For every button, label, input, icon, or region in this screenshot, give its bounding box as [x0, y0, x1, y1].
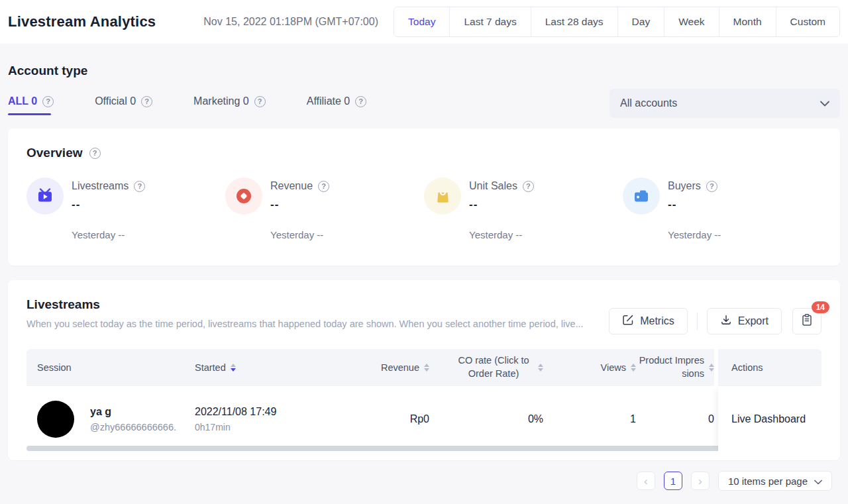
metric-label: Buyers [668, 180, 701, 192]
question-icon[interactable]: ? [89, 148, 101, 159]
metrics-button[interactable]: Metrics [609, 308, 688, 334]
question-icon[interactable]: ? [523, 181, 534, 192]
period-last-28-days-button[interactable]: Last 28 days [531, 7, 617, 36]
metric-value: -- [270, 198, 329, 211]
metric-label: Revenue [270, 180, 313, 192]
co-rate-cell: 0% [429, 386, 543, 452]
next-page-button[interactable]: › [691, 472, 710, 490]
column-header-revenue[interactable]: Revenue [351, 349, 429, 386]
metrics-button-label: Metrics [640, 315, 674, 327]
account-type-tabs: ALL 0 ? Official 0 ? Marketing 0 ? Affil… [8, 89, 840, 118]
time-period-group: Today Last 7 days Last 28 days Day Week … [394, 7, 840, 37]
metric-yesterday: Yesterday -- [668, 229, 822, 240]
livestreams-table: Session Started Revenue CO rate (Click t… [26, 349, 822, 452]
button-divider [697, 313, 698, 330]
wallet-icon [623, 177, 660, 215]
tab-all[interactable]: ALL 0 ? [8, 89, 54, 118]
session-cell[interactable]: ya g @zhy66666666666... [26, 386, 195, 452]
account-type-title: Account type [8, 64, 840, 78]
livestreams-title: Livestreams [26, 297, 584, 312]
question-icon[interactable]: ? [134, 181, 145, 192]
edit-metrics-icon [622, 314, 634, 328]
sort-icon[interactable] [424, 364, 429, 372]
tab-official-label: Official 0 [95, 95, 136, 107]
views-cell: 1 [543, 386, 636, 452]
column-header-session: Session [26, 349, 195, 386]
overview-title: Overview [26, 146, 83, 160]
started-cell: 2022/11/08 17:49 0h17min [195, 386, 351, 452]
tab-affiliate[interactable]: Affiliate 0 ? [307, 89, 367, 118]
question-icon[interactable]: ? [42, 96, 54, 107]
column-header-product-impressions[interactable]: Product Impressions [636, 349, 714, 386]
period-today-button[interactable]: Today [394, 7, 449, 36]
items-per-page-select[interactable]: 10 items per page [718, 471, 832, 491]
session-name: ya g [90, 406, 176, 418]
column-header-co-rate[interactable]: CO rate (Click to Order Rate) [429, 349, 543, 386]
column-header-started[interactable]: Started [195, 349, 351, 386]
period-last-7-days-button[interactable]: Last 7 days [449, 7, 530, 36]
question-icon[interactable]: ? [254, 96, 266, 107]
page-title: Livestream Analytics [8, 13, 156, 30]
column-header-actions: Actions [718, 349, 822, 386]
tv-play-icon [26, 177, 64, 215]
column-header-views[interactable]: Views [543, 349, 636, 386]
account-select-value: All accounts [620, 97, 677, 109]
period-custom-button[interactable]: Custom [776, 7, 839, 36]
period-week-button[interactable]: Week [664, 7, 718, 36]
revenue-cell: Rp0 [351, 386, 429, 452]
session-handle: @zhy66666666666... [90, 422, 176, 432]
table-row: ya g @zhy66666666666... 2022/11/08 17:49… [26, 386, 822, 452]
product-impressions-cell: 0 [636, 386, 714, 452]
question-icon[interactable]: ? [318, 181, 329, 192]
chevron-down-icon [820, 97, 829, 109]
overview-metrics: Livestreams ? -- Yesterday -- [26, 177, 822, 240]
metric-label: Livestreams [72, 180, 129, 192]
metric-buyers: Buyers ? -- Yesterday -- [623, 177, 822, 240]
top-header: Livestream Analytics Nov 15, 2022 01:18P… [0, 0, 848, 44]
tab-all-label: ALL 0 [8, 95, 37, 107]
chevron-right-icon: › [698, 476, 702, 487]
metric-yesterday: Yesterday -- [469, 229, 623, 240]
previous-page-button[interactable]: ‹ [637, 472, 655, 490]
live-dashboard-link[interactable]: Live Dashboard [731, 413, 806, 425]
sort-icon[interactable] [538, 364, 543, 372]
page-1-button[interactable]: 1 [664, 472, 682, 490]
clipboard-icon [800, 313, 814, 329]
metric-yesterday: Yesterday -- [270, 229, 424, 240]
tab-official[interactable]: Official 0 ? [95, 89, 152, 118]
avatar[interactable] [37, 401, 74, 438]
sort-icon[interactable] [631, 364, 636, 372]
question-icon[interactable]: ? [355, 96, 366, 107]
started-datetime: 2022/11/08 17:49 [195, 406, 276, 418]
question-icon[interactable]: ? [706, 181, 717, 192]
tab-marketing[interactable]: Marketing 0 ? [193, 89, 266, 118]
question-icon[interactable]: ? [141, 96, 152, 107]
tab-marketing-label: Marketing 0 [193, 95, 249, 107]
stream-duration: 0h17min [195, 422, 276, 432]
metric-value: -- [469, 198, 534, 211]
tab-affiliate-label: Affiliate 0 [307, 95, 350, 107]
overview-card: Overview ? Livestreams ? -- [8, 128, 840, 266]
sort-icon[interactable] [709, 364, 714, 372]
chevron-left-icon: ‹ [644, 476, 648, 487]
sort-icon[interactable] [231, 364, 236, 372]
metric-yesterday: Yesterday -- [72, 229, 225, 240]
metric-livestreams: Livestreams ? -- Yesterday -- [26, 177, 225, 240]
notification-badge: 14 [812, 301, 829, 313]
account-type-section: Account type ALL 0 ? Official 0 ? Market… [0, 64, 848, 118]
export-button[interactable]: Export [707, 308, 782, 334]
items-per-page-value: 10 items per page [728, 476, 808, 487]
chevron-down-icon [814, 476, 822, 487]
download-icon [720, 314, 732, 328]
shopping-bag-icon [424, 177, 461, 215]
record-dot-icon [225, 177, 262, 215]
period-month-button[interactable]: Month [719, 7, 776, 36]
actions-cell: Live Dashboard [718, 386, 822, 452]
livestreams-description: When you select today as the time period… [26, 319, 584, 329]
export-button-label: Export [738, 315, 768, 327]
period-day-button[interactable]: Day [617, 7, 664, 36]
clipboard-button[interactable]: 14 [792, 308, 822, 334]
metric-label: Unit Sales [469, 180, 517, 192]
account-select[interactable]: All accounts [610, 89, 840, 118]
table-header-row: Session Started Revenue CO rate (Click t… [26, 349, 822, 386]
